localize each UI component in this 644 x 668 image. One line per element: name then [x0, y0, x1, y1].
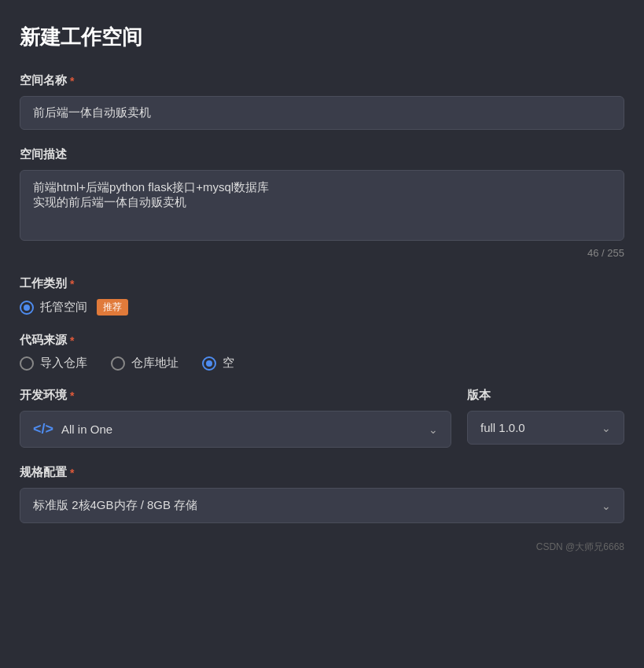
- spec-section: 规格配置 * 标准版 2核4GB内存 / 8GB 存储 ⌄: [20, 465, 624, 523]
- required-star-devenv: *: [70, 389, 74, 402]
- radio-empty[interactable]: [202, 356, 216, 371]
- spec-chevron-down-icon: ⌄: [602, 500, 611, 512]
- version-section: 版本 full 1.0.0 ⌄: [467, 388, 624, 445]
- code-source-label: 代码来源 *: [20, 333, 624, 348]
- space-name-input[interactable]: [20, 96, 624, 130]
- required-star: *: [70, 75, 74, 87]
- dev-env-select-inner: </> All in One: [33, 421, 112, 437]
- required-star-codesource: *: [70, 334, 74, 347]
- work-type-label: 工作类别 *: [20, 276, 624, 291]
- radio-managed[interactable]: [20, 301, 34, 315]
- work-type-radio-group: 托管空间 推荐: [20, 299, 624, 316]
- radio-import[interactable]: [20, 356, 34, 371]
- env-version-row: 开发环境 * </> All in One ⌄ 版本 full 1.0.0 ⌄: [20, 388, 624, 465]
- radio-item-repo[interactable]: 仓库地址: [111, 356, 178, 371]
- version-chevron-down-icon: ⌄: [602, 422, 611, 434]
- page-title: 新建工作空间: [20, 24, 624, 51]
- radio-repo-label: 仓库地址: [131, 356, 178, 371]
- version-select[interactable]: full 1.0.0 ⌄: [467, 411, 624, 445]
- space-desc-textarea[interactable]: 前端html+后端python flask接口+mysql数据库 实现的前后端一…: [20, 170, 624, 241]
- radio-repo[interactable]: [111, 356, 125, 371]
- version-value: full 1.0.0: [480, 421, 525, 434]
- code-source-section: 代码来源 * 导入仓库 仓库地址 空: [20, 333, 624, 371]
- spec-select[interactable]: 标准版 2核4GB内存 / 8GB 存储 ⌄: [20, 488, 624, 523]
- footer-credit: CSDN @大师兄6668: [20, 541, 624, 554]
- dev-env-value: All in One: [61, 423, 112, 436]
- required-star-worktype: *: [70, 278, 74, 290]
- radio-item-managed[interactable]: 托管空间 推荐: [20, 299, 128, 316]
- badge-recommended: 推荐: [97, 299, 128, 316]
- code-icon: </>: [33, 421, 53, 437]
- required-star-spec: *: [70, 467, 74, 479]
- spec-value: 标准版 2核4GB内存 / 8GB 存储: [33, 498, 197, 513]
- space-name-section: 空间名称 *: [20, 73, 624, 130]
- chevron-down-icon: ⌄: [429, 423, 438, 436]
- radio-item-import[interactable]: 导入仓库: [20, 356, 87, 371]
- space-desc-section: 空间描述 前端html+后端python flask接口+mysql数据库 实现…: [20, 147, 624, 259]
- radio-item-empty[interactable]: 空: [202, 356, 234, 371]
- space-name-label: 空间名称 *: [20, 73, 624, 88]
- textarea-wrapper: 前端html+后端python flask接口+mysql数据库 实现的前后端一…: [20, 170, 624, 259]
- code-source-radio-group: 导入仓库 仓库地址 空: [20, 356, 624, 371]
- dev-env-label: 开发环境 *: [20, 388, 451, 403]
- spec-label: 规格配置 *: [20, 465, 624, 480]
- work-type-section: 工作类别 * 托管空间 推荐: [20, 276, 624, 316]
- space-desc-label: 空间描述: [20, 147, 624, 162]
- dev-env-section: 开发环境 * </> All in One ⌄: [20, 388, 451, 448]
- radio-empty-label: 空: [223, 356, 234, 371]
- dev-env-select[interactable]: </> All in One ⌄: [20, 411, 451, 448]
- textarea-count: 46 / 255: [20, 247, 624, 259]
- version-label: 版本: [467, 388, 624, 403]
- radio-import-label: 导入仓库: [40, 356, 87, 371]
- radio-managed-label: 托管空间: [40, 300, 87, 315]
